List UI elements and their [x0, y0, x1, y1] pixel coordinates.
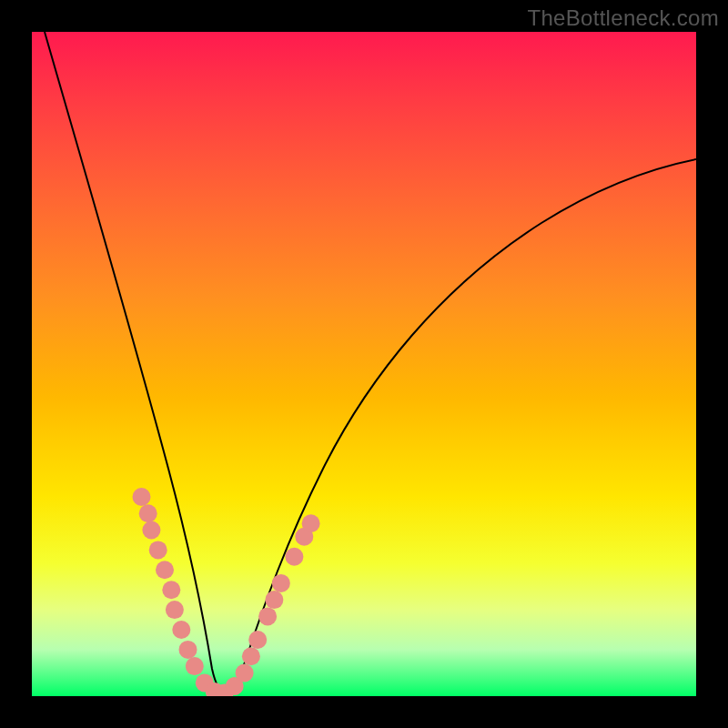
- chart-frame: TheBottleneck.com: [0, 0, 728, 728]
- highlight-dot: [166, 601, 184, 619]
- highlight-dot: [186, 657, 204, 675]
- highlight-dot: [272, 574, 290, 592]
- highlight-dot: [149, 541, 167, 559]
- highlight-dot: [265, 591, 283, 609]
- highlight-dot: [156, 561, 174, 579]
- chart-svg: [32, 32, 696, 696]
- highlight-dot: [133, 488, 151, 506]
- highlight-dot: [142, 521, 160, 540]
- watermark-text: TheBottleneck.com: [527, 5, 719, 31]
- highlight-dot: [236, 664, 254, 682]
- highlight-dot: [258, 607, 277, 625]
- plot-area: [32, 32, 696, 696]
- highlight-dot: [162, 581, 180, 599]
- highlight-dot: [242, 647, 260, 665]
- highlight-dot: [285, 548, 303, 566]
- highlight-dot: [248, 631, 267, 649]
- highlight-dot: [172, 621, 190, 639]
- highlight-dot: [139, 504, 157, 522]
- highlight-dot: [302, 514, 320, 532]
- highlight-dot: [179, 641, 197, 659]
- bottleneck-curve: [45, 32, 696, 693]
- highlight-dots: [133, 488, 320, 696]
